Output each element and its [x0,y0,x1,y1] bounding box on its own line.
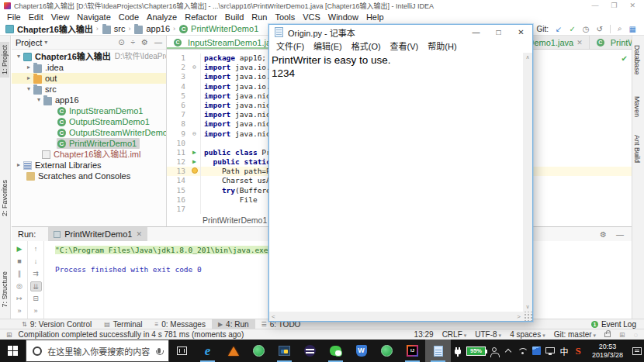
toolwindow-tab-terminal[interactable]: ▤Terminal [98,319,148,329]
notepad-title-bar[interactable]: Origin.py - 记事本 —□✕ [269,25,532,40]
tool-stripe----favorites[interactable]: 2: Favorites [0,177,9,219]
tree-row[interactable]: ▸External Libraries [12,160,166,171]
close-run-tab-icon[interactable]: ✕ [136,230,142,238]
run-arrow-icon[interactable]: ▶ [192,158,196,165]
structure-icon[interactable]: ▦ [629,25,636,33]
run-header-icon[interactable]: — [616,230,624,239]
run-header-icon[interactable]: ⚙ [600,230,607,239]
clock[interactable]: 20:532019/3/28 [585,340,630,362]
tree-row[interactable]: ▸out [12,73,166,84]
panel-header-icon[interactable]: ⊙ [118,38,124,47]
run-gutter-icon[interactable]: ▶ [189,157,201,167]
breadcrumb-item[interactable]: src [102,24,126,34]
tool-stripe----project[interactable]: 1: Project [0,42,9,78]
tree-row[interactable]: COutputStreamDemo1 [12,116,166,127]
scroll-left-icon[interactable]: < [272,313,275,320]
notepad-close-button[interactable]: ✕ [510,25,532,40]
commit-icon[interactable]: ✓ [569,25,575,33]
tree-row[interactable]: ▾app16 [12,95,166,105]
revert-icon[interactable]: ↺ [597,25,603,33]
hidden-icons-chevron[interactable] [501,340,515,362]
taskbar-app-blue-shield-app[interactable]: W [348,340,374,362]
toolwindow-tab-4--run[interactable]: ▶4: Run [212,319,255,329]
taskbar-app-intellij-idea[interactable] [400,340,425,362]
rerun-button[interactable]: ▶ [14,244,26,254]
menu-refactor[interactable]: Refactor [181,12,221,22]
taskbar-app-python-console[interactable] [272,340,297,362]
tree-row[interactable]: ▸.idea [12,62,166,73]
tree-row[interactable]: Chapter16输入输出.iml [12,149,166,160]
print-button[interactable]: ⊟ [30,294,42,304]
scroll-to-end-button[interactable]: ⇊ [30,281,42,291]
panel-header-icon[interactable]: ⚙ [141,38,148,47]
display-icon[interactable] [543,340,557,362]
menu-navigate[interactable]: Navigate [73,12,114,22]
restore-button[interactable]: ❐ [611,2,617,9]
event-log-button[interactable]: 1 Event Log [591,320,644,329]
menu-code[interactable]: Code [115,12,143,22]
highlight-level-icon[interactable]: ⊞ [619,331,625,339]
minimize-button[interactable]: — [591,2,598,9]
run-tab[interactable]: PrintWriterDemo1 ✕ [48,227,147,241]
taskbar-app-wechat[interactable] [323,340,348,362]
taskbar-app-matlab[interactable] [220,340,246,362]
exit-button[interactable]: ↦ [14,294,26,304]
tree-row[interactable]: ▾src [12,84,166,95]
tree-row[interactable]: CPrintWriterDemo1 [12,138,166,149]
update-project-icon[interactable]: ↙ [556,25,562,33]
toolwindow-switcher-icon[interactable]: ⊞ [6,331,12,339]
start-button[interactable] [0,340,26,362]
scroll-right-icon[interactable]: > [517,313,521,320]
notepad-vertical-scrollbar[interactable]: ∧ ∨ [523,53,532,312]
power-plug-icon[interactable] [451,340,465,362]
fold-marker-icon[interactable]: ⊖ [192,64,196,71]
breadcrumb-item[interactable]: app16 [133,24,170,34]
lock-icon[interactable] [604,333,611,337]
toolwindow-tab-9--version-control[interactable]: ⇅9: Version Control [16,319,98,329]
scroll-up-icon[interactable]: ∧ [525,54,529,60]
menu-analyze[interactable]: Analyze [143,12,181,22]
up-stack-trace-button[interactable]: ↑ [30,244,42,254]
notepad-menu-item[interactable]: 编辑(E) [309,40,347,52]
tool-stripe-maven[interactable]: Maven [632,93,642,120]
run-gutter-icon[interactable]: ▶ [189,148,201,157]
menu-build[interactable]: Build [221,12,248,22]
close-tab-icon[interactable]: ✕ [576,39,583,47]
notepad-text-area[interactable]: PrintWriter is easy to use.1234 [269,53,523,312]
search-everywhere-icon[interactable]: ⌕ [618,24,622,33]
notepad-menu-item[interactable]: 帮助(H) [423,40,461,52]
tree-row[interactable]: Scratches and Consoles [12,171,166,181]
status-segment[interactable]: CRLF▾ [442,330,467,339]
tool-stripe----structure[interactable]: 7: Structure [0,268,9,311]
sogou-icon[interactable]: S [571,340,585,362]
tree-row[interactable]: ▾Chapter16输入输出D:\软件\IdeaProjects\Chap [12,51,166,62]
fold-marker-icon[interactable]: ⊖ [192,130,196,137]
ime-indicator[interactable]: 中 [557,340,571,362]
menu-view[interactable]: View [47,12,74,22]
taskbar-app-green-orb-app-2[interactable] [374,340,400,362]
more-button[interactable]: » [14,306,26,316]
stop-button[interactable]: ■ [14,257,26,267]
thread-dump-button[interactable]: ◎ [14,281,26,291]
close-button[interactable]: ✕ [629,2,635,9]
status-segment[interactable]: 13:29 [414,330,434,339]
taskbar-app-green-orb-app-1[interactable] [246,340,272,362]
status-segment[interactable]: Git: master▾ [554,330,596,339]
panel-header-icon[interactable]: ÷ [131,38,136,47]
tree-expand-icon[interactable]: ▸ [25,62,33,73]
notepad-horizontal-scrollbar[interactable]: < > [269,312,523,321]
lightbulb-icon[interactable] [192,167,198,174]
menu-help[interactable]: Help [362,12,388,22]
taskbar-app-notepad[interactable] [425,340,451,362]
wifi-icon[interactable] [515,340,529,362]
microphone-icon[interactable] [158,348,161,353]
notepad-minimize-button[interactable]: — [465,25,487,40]
tree-expand-icon[interactable]: ▾ [15,51,23,62]
battery-indicator[interactable]: 95% [465,340,487,362]
breadcrumb-item[interactable]: Chapter16输入输出 [5,22,93,35]
status-segment[interactable]: 4 spaces▾ [510,330,545,339]
soft-wrap-button[interactable]: ⇉ [30,269,42,279]
notepad-menu-item[interactable]: 查看(V) [386,40,424,52]
breadcrumb-item[interactable]: CPrintWriterDemo1 [178,24,258,33]
tree-expand-icon[interactable]: ▾ [25,84,33,95]
